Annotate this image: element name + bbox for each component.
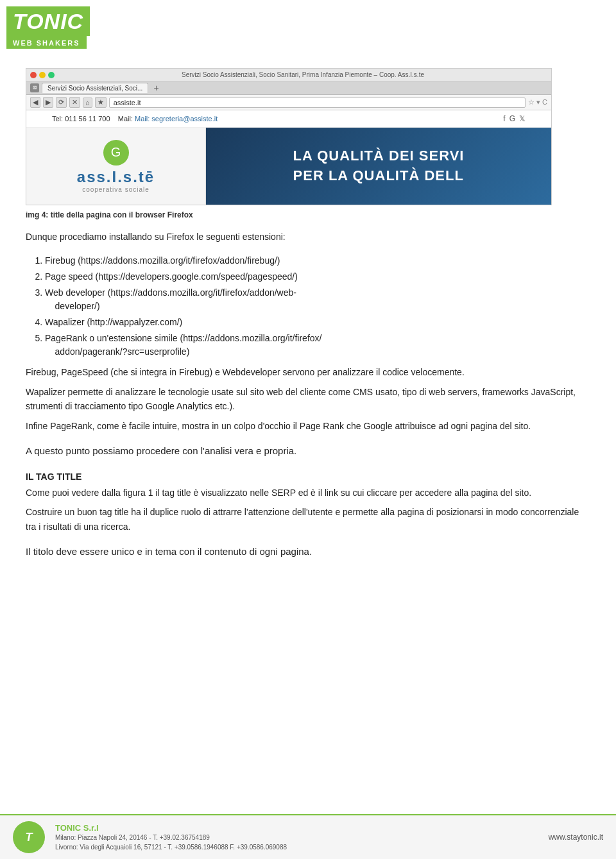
browser-body: Tel: 011 56 11 700 Mail: Mail: segreteri… bbox=[26, 110, 551, 205]
final-text-section: Il titolo deve essere unico e in tema co… bbox=[26, 544, 590, 559]
twitter-icon: 𝕏 bbox=[519, 114, 526, 123]
paragraph-2: Wapalizer permette di analizzare le tecn… bbox=[26, 385, 590, 414]
list-item: PageRank o un'estensione simile (https:/… bbox=[45, 332, 590, 359]
footer: T TONIC S.r.l Milano: Piazza Napoli 24, … bbox=[0, 814, 616, 859]
paragraph-3: Infine PageRank, come è facile intuire, … bbox=[26, 419, 590, 433]
browser-tab[interactable]: Servizi Socio Assistenziali, Soci... bbox=[42, 83, 148, 93]
header: TONIC WEB SHAKERS bbox=[0, 0, 616, 55]
footer-address-milano: Milano: Piazza Napoli 24, 20146 - T. +39… bbox=[55, 833, 538, 842]
footer-logo-icon: T bbox=[26, 831, 33, 844]
forward-button[interactable]: ▶ bbox=[43, 97, 53, 108]
footer-brand-suffix: S.r.l bbox=[81, 823, 98, 833]
intro-text: Dunque procediamo installando su Firefox… bbox=[26, 230, 590, 244]
list-item: Web developer (https://addons.mozilla.or… bbox=[45, 286, 590, 313]
intro-section: Dunque procediamo installando su Firefox… bbox=[26, 230, 590, 244]
footer-website: www.staytonic.it bbox=[549, 833, 603, 842]
topbar-phone: Tel: 011 56 11 700 bbox=[52, 115, 110, 123]
logo-container: TONIC WEB SHAKERS bbox=[6, 6, 90, 49]
hero-right: LA QUALITÀ DEI SERVI PER LA QUALITÀ DELL bbox=[206, 128, 551, 205]
dot-yellow bbox=[39, 72, 46, 78]
stop-button[interactable]: ✕ bbox=[69, 97, 80, 108]
section-para-1: Come puoi vedere dalla figura 1 il tag t… bbox=[26, 486, 590, 500]
footer-address-livorno: Livorno: Via degli Acquaioli 16, 57121 -… bbox=[55, 842, 538, 852]
social-icons: f G 𝕏 bbox=[503, 114, 526, 123]
paragraph-1: Firebug, PageSpeed (che si integra in Fi… bbox=[26, 365, 590, 379]
browser-tab-bar: ⊠ Servizi Socio Assistenziali, Soci... + bbox=[26, 81, 551, 95]
tab-icon: ⊠ bbox=[30, 83, 39, 92]
footer-brand: TONIC S.r.l bbox=[55, 823, 538, 833]
hero-left: G ass.I.s.tē cooperativa sociale bbox=[26, 128, 206, 205]
footer-brand-tonic: TONIC bbox=[55, 823, 81, 833]
browser-hero: G ass.I.s.tē cooperativa sociale LA QUAL… bbox=[26, 128, 551, 205]
browser-screenshot: Servizi Socio Assistenziali, Socio Sanit… bbox=[26, 68, 552, 205]
main-content: Servizi Socio Assistenziali, Socio Sanit… bbox=[0, 55, 616, 583]
hero-logo-text: ass.I.s.tē bbox=[77, 168, 155, 186]
extensions-list: Firebug (https://addons.mozilla.org/it/f… bbox=[45, 254, 590, 359]
home-button[interactable]: ⌂ bbox=[83, 98, 92, 108]
logo-subtitle: WEB SHAKERS bbox=[13, 39, 80, 47]
nav-extra: ☆ ▾ C bbox=[528, 98, 547, 106]
final-text: Il titolo deve essere unico e in tema co… bbox=[26, 544, 590, 559]
hero-logo-sub: cooperativa sociale bbox=[82, 186, 150, 193]
hero-text: LA QUALITÀ DEI SERVI PER LA QUALITÀ DELL bbox=[293, 146, 465, 186]
back-button[interactable]: ◀ bbox=[30, 97, 40, 108]
section-heading: IL TAG TITLE bbox=[26, 472, 590, 482]
dot-red bbox=[30, 72, 37, 78]
footer-info: TONIC S.r.l Milano: Piazza Napoli 24, 20… bbox=[55, 823, 538, 852]
reload-button[interactable]: ⟳ bbox=[56, 97, 67, 108]
hero-text-line2: PER LA QUALITÀ DELL bbox=[293, 166, 465, 186]
new-tab-button[interactable]: + bbox=[151, 83, 161, 93]
standout-text: A questo punto possiamo procedere con l'… bbox=[26, 443, 590, 459]
dot-green bbox=[48, 72, 55, 78]
footer-logo-circle: T bbox=[13, 821, 45, 853]
list-item: Firebug (https://addons.mozilla.org/it/f… bbox=[45, 254, 590, 268]
facebook-icon: f bbox=[503, 114, 505, 123]
list-item: Page speed (https://developers.google.co… bbox=[45, 270, 590, 284]
hero-text-line1: LA QUALITÀ DEI SERVI bbox=[293, 146, 465, 166]
section-paragraphs: Come puoi vedere dalla figura 1 il tag t… bbox=[26, 486, 590, 534]
logo-tonic: TONIC bbox=[13, 10, 83, 32]
hero-icon: G bbox=[103, 140, 129, 166]
browser-dots bbox=[30, 72, 55, 78]
list-item: Wapalizer (http://wappalyzer.com/) bbox=[45, 316, 590, 329]
topbar-mail: Mail: Mail: segreteria@assiste.it bbox=[118, 115, 218, 123]
browser-title-text: Servizi Socio Assistenziali, Socio Sanit… bbox=[58, 71, 547, 78]
img-caption: img 4: title della pagina con il browser… bbox=[26, 210, 590, 219]
logo-box: TONIC bbox=[6, 6, 90, 36]
topbar-contact: Tel: 011 56 11 700 Mail: Mail: segreteri… bbox=[52, 115, 218, 123]
browser-title-bar: Servizi Socio Assistenziali, Socio Sanit… bbox=[26, 69, 551, 81]
paragraphs-section: Firebug, PageSpeed (che si integra in Fi… bbox=[26, 365, 590, 433]
bookmark-button[interactable]: ★ bbox=[95, 97, 107, 108]
browser-nav-bar: ◀ ▶ ⟳ ✕ ⌂ ★ assiste.it ☆ ▾ C bbox=[26, 95, 551, 110]
url-bar[interactable]: assiste.it bbox=[109, 98, 526, 108]
browser-topbar: Tel: 011 56 11 700 Mail: Mail: segreteri… bbox=[26, 110, 551, 128]
section-para-2: Costruire un buon tag title ha il duplic… bbox=[26, 505, 590, 534]
google-icon: G bbox=[509, 114, 515, 123]
standout-section: A questo punto possiamo procedere con l'… bbox=[26, 443, 590, 459]
